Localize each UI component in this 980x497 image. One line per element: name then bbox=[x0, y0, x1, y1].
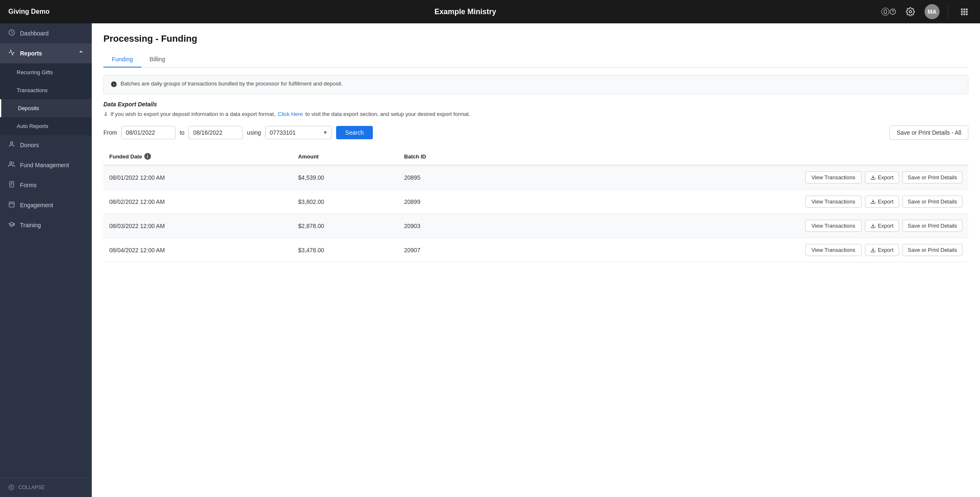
svg-point-13 bbox=[10, 142, 13, 144]
cell-actions: View Transactions Export Save or Print D… bbox=[493, 238, 968, 262]
save-print-details-button[interactable]: Save or Print Details bbox=[902, 220, 963, 232]
export-text-after: to visit the data export section, and se… bbox=[305, 111, 470, 117]
training-icon bbox=[8, 221, 15, 229]
cell-actions: View Transactions Export Save or Print D… bbox=[493, 190, 968, 214]
tab-billing[interactable]: Billing bbox=[141, 52, 173, 68]
sidebar-item-recurring-gifts[interactable]: Recurring Gifts bbox=[0, 63, 92, 81]
svg-rect-8 bbox=[966, 11, 967, 13]
svg-rect-6 bbox=[961, 11, 963, 13]
svg-rect-11 bbox=[966, 13, 967, 15]
save-print-details-button[interactable]: Save or Print Details bbox=[902, 196, 963, 208]
view-transactions-button[interactable]: View Transactions bbox=[805, 220, 862, 232]
export-text-before: If you wish to export your deposit infor… bbox=[111, 111, 275, 117]
table-row: 08/03/2022 12:00 AM $2,878.00 20903 View… bbox=[103, 214, 968, 238]
sidebar-label-training: Training bbox=[20, 222, 41, 228]
cell-funded-date: 08/04/2022 12:00 AM bbox=[103, 238, 292, 262]
th-funded-date: Funded Date i bbox=[103, 148, 292, 165]
svg-rect-3 bbox=[961, 9, 963, 10]
to-date-input[interactable] bbox=[188, 126, 243, 139]
export-button[interactable]: Export bbox=[865, 196, 899, 208]
click-here-link[interactable]: Click Here bbox=[278, 111, 303, 117]
view-transactions-button[interactable]: View Transactions bbox=[805, 244, 862, 256]
sidebar-item-donors[interactable]: Donors bbox=[0, 135, 92, 155]
cell-batch-id: 20899 bbox=[398, 190, 493, 214]
sidebar-item-auto-reports[interactable]: Auto Reports bbox=[0, 117, 92, 135]
view-transactions-button[interactable]: View Transactions bbox=[805, 196, 862, 208]
download-icon bbox=[870, 247, 876, 253]
processor-select-wrap: 07733101 ▼ bbox=[265, 126, 332, 139]
search-button[interactable]: Search bbox=[336, 126, 373, 139]
help-button[interactable]: ⓪ bbox=[881, 4, 896, 19]
save-print-details-button[interactable]: Save or Print Details bbox=[902, 244, 963, 256]
export-button[interactable]: Export bbox=[865, 171, 899, 183]
export-button[interactable]: Export bbox=[865, 244, 899, 256]
download-icon bbox=[870, 199, 876, 204]
sidebar-item-reports[interactable]: Reports ⌃ bbox=[0, 43, 92, 63]
sidebar: Dashboard Reports ⌃ Recurring Gifts Tran… bbox=[0, 23, 92, 497]
cell-funded-date: 08/02/2022 12:00 AM bbox=[103, 190, 292, 214]
th-amount: Amount bbox=[292, 148, 398, 165]
from-label: From bbox=[103, 129, 117, 136]
apps-grid-button[interactable] bbox=[957, 4, 972, 19]
top-navigation: Giving Demo Example Ministry ⓪ MA bbox=[0, 0, 980, 23]
sidebar-item-forms[interactable]: Forms bbox=[0, 175, 92, 195]
sidebar-item-transactions[interactable]: Transactions bbox=[0, 81, 92, 99]
export-button[interactable]: Export bbox=[865, 220, 899, 232]
tab-bar: Funding Billing bbox=[103, 52, 968, 68]
filter-row: From to using 07733101 ▼ Search Save or … bbox=[103, 126, 968, 140]
user-avatar-button[interactable]: MA bbox=[925, 4, 940, 19]
cell-batch-id: 20903 bbox=[398, 214, 493, 238]
sidebar-item-training[interactable]: Training bbox=[0, 215, 92, 235]
sidebar-item-dashboard[interactable]: Dashboard bbox=[0, 23, 92, 43]
org-title: Example Ministry bbox=[50, 8, 881, 16]
sidebar-label-fund-management: Fund Management bbox=[20, 162, 69, 168]
sidebar-label-auto-reports: Auto Reports bbox=[17, 123, 48, 129]
svg-point-23 bbox=[9, 485, 14, 490]
gear-icon bbox=[906, 7, 915, 16]
donors-icon bbox=[8, 141, 15, 149]
svg-rect-19 bbox=[9, 202, 14, 207]
svg-text:i: i bbox=[113, 83, 114, 86]
page-title: Processing - Funding bbox=[103, 33, 968, 44]
table-row: 08/01/2022 12:00 AM $4,539.00 20895 View… bbox=[103, 165, 968, 190]
cell-batch-id: 20895 bbox=[398, 165, 493, 190]
table-body: 08/01/2022 12:00 AM $4,539.00 20895 View… bbox=[103, 165, 968, 262]
view-transactions-button[interactable]: View Transactions bbox=[805, 171, 862, 183]
data-export-title: Data Export Details bbox=[103, 101, 968, 108]
funding-table: Funded Date i Amount Batch ID 08/01/2022… bbox=[103, 148, 968, 262]
sidebar-collapse-button[interactable]: COLLAPSE bbox=[0, 477, 92, 497]
sidebar-item-engagement[interactable]: Engagement bbox=[0, 195, 92, 215]
fund-management-icon bbox=[8, 161, 15, 169]
svg-rect-10 bbox=[963, 13, 965, 15]
svg-rect-7 bbox=[963, 11, 965, 13]
save-print-details-button[interactable]: Save or Print Details bbox=[902, 171, 963, 183]
forms-icon bbox=[8, 181, 15, 189]
svg-rect-9 bbox=[961, 13, 963, 15]
sidebar-label-transactions: Transactions bbox=[17, 87, 48, 93]
engagement-icon bbox=[8, 201, 15, 209]
table-row: 08/02/2022 12:00 AM $3,802.00 20899 View… bbox=[103, 190, 968, 214]
svg-rect-4 bbox=[963, 9, 965, 10]
cell-amount: $3,802.00 bbox=[292, 190, 398, 214]
cell-actions: View Transactions Export Save or Print D… bbox=[493, 214, 968, 238]
table-header: Funded Date i Amount Batch ID bbox=[103, 148, 968, 165]
svg-point-2 bbox=[909, 10, 912, 13]
cell-funded-date: 08/01/2022 12:00 AM bbox=[103, 165, 292, 190]
sidebar-label-reports: Reports bbox=[20, 50, 42, 57]
settings-button[interactable] bbox=[903, 4, 918, 19]
sidebar-item-deposits[interactable]: Deposits bbox=[0, 99, 92, 117]
to-label: to bbox=[180, 129, 185, 136]
save-print-all-button[interactable]: Save or Print Details - All bbox=[890, 126, 968, 140]
tab-funding[interactable]: Funding bbox=[103, 52, 141, 68]
nav-divider bbox=[948, 5, 948, 18]
processor-select[interactable]: 07733101 bbox=[265, 126, 332, 139]
th-batch-id: Batch ID bbox=[398, 148, 493, 165]
funded-date-info-icon[interactable]: i bbox=[144, 153, 151, 160]
dashboard-icon bbox=[8, 29, 15, 38]
sidebar-item-fund-management[interactable]: Fund Management bbox=[0, 155, 92, 175]
sidebar-label-forms: Forms bbox=[20, 182, 37, 188]
from-date-input[interactable] bbox=[121, 126, 176, 139]
info-banner: i Batches are daily groups of transactio… bbox=[103, 75, 968, 94]
svg-point-14 bbox=[10, 162, 12, 164]
cell-actions: View Transactions Export Save or Print D… bbox=[493, 165, 968, 190]
